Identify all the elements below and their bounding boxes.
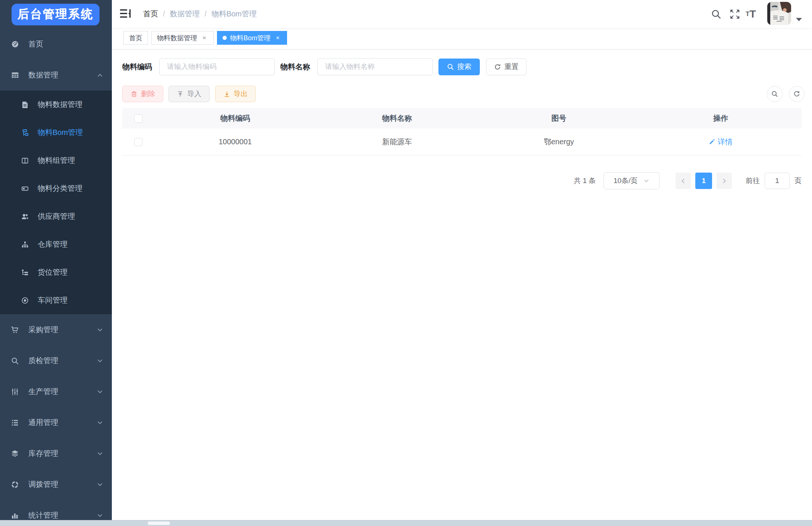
delete-button[interactable]: 删除 <box>122 86 163 102</box>
breadcrumb-separator: / <box>163 10 165 18</box>
pagination-total: 共 1 条 <box>574 176 596 186</box>
header-search-icon[interactable] <box>711 0 722 28</box>
sidebar-item-material-category[interactable]: 物料分类管理 <box>0 174 112 202</box>
sidebar-item-label: 调拨管理 <box>28 479 58 489</box>
dashboard-icon <box>10 40 20 48</box>
user-avatar[interactable] <box>767 2 791 25</box>
next-page-button[interactable] <box>717 173 732 189</box>
app-logo-text: 后台管理系统 <box>12 4 100 25</box>
chevron-down-icon <box>96 357 104 365</box>
table-header-row: 物料编码 物料名称 图号 操作 <box>122 108 802 129</box>
breadcrumb-home[interactable]: 首页 <box>143 9 158 19</box>
reset-button-label: 重置 <box>504 62 519 72</box>
tab-material-bom[interactable]: 物料Bom管理 × <box>217 31 287 45</box>
detail-link[interactable]: 详情 <box>709 137 733 147</box>
filter-form: 物料编码 物料名称 搜索 重置 <box>122 58 802 75</box>
reset-button[interactable]: 重置 <box>486 59 526 75</box>
sidebar-item-home[interactable]: 首页 <box>0 29 112 60</box>
column-header-code: 物料编码 <box>154 113 316 123</box>
tree-bom-icon <box>21 129 29 137</box>
sidebar-item-general[interactable]: 通用管理 <box>0 407 112 438</box>
sidebar-item-statistics[interactable]: 统计管理 <box>0 500 112 520</box>
sidebar-item-production[interactable]: 生产管理 <box>0 376 112 407</box>
users-icon <box>21 212 29 221</box>
avatar-caret-icon[interactable] <box>796 18 802 21</box>
tree-list-icon <box>21 268 29 277</box>
tab-home[interactable]: 首页 <box>123 31 148 45</box>
chevron-left-icon <box>680 178 686 184</box>
select-chevron-icon <box>643 178 649 184</box>
refresh-table-icon[interactable] <box>789 86 805 102</box>
material-code-input[interactable] <box>159 58 275 75</box>
top-navbar: 首页 / 数据管理 / 物料Bom管理 TT <box>112 0 812 28</box>
sidebar-item-inventory[interactable]: 库存管理 <box>0 438 112 469</box>
search-button[interactable]: 搜索 <box>438 59 480 75</box>
detail-link-label: 详情 <box>718 137 733 147</box>
chevron-right-icon <box>721 178 727 184</box>
sidebar-item-warehouse[interactable]: 仓库管理 <box>0 230 112 258</box>
goto-page-input[interactable] <box>765 173 790 189</box>
row-checkbox[interactable] <box>134 138 142 146</box>
sidebar-item-quality[interactable]: 质检管理 <box>0 345 112 376</box>
sidebar-item-label: 质检管理 <box>28 356 58 366</box>
tab-label: 首页 <box>129 34 142 42</box>
sidebar-item-transfer[interactable]: 调拨管理 <box>0 469 112 500</box>
sidebar-item-material-bom[interactable]: 物料Bom管理 <box>0 119 112 147</box>
tab-close-icon[interactable]: × <box>201 34 208 42</box>
radio-dot-icon <box>21 296 29 305</box>
cell-drawing-number: 鄂energy <box>478 137 640 147</box>
page-number-1[interactable]: 1 <box>695 173 712 189</box>
layers-icon <box>10 449 20 458</box>
breadcrumb-separator: / <box>205 10 207 18</box>
column-header-actions: 操作 <box>640 113 802 123</box>
tab-label: 物料Bom管理 <box>230 34 271 42</box>
tab-material-data[interactable]: 物料数据管理 × <box>151 31 214 45</box>
chevron-down-icon <box>96 481 104 488</box>
sidebar-item-supplier[interactable]: 供应商管理 <box>0 202 112 230</box>
material-name-input[interactable] <box>317 58 433 75</box>
data-table: 物料编码 物料名称 图号 操作 10000001 新能源车 鄂energy 详情 <box>122 108 802 155</box>
export-button-label: 导出 <box>234 89 248 99</box>
sidebar-item-label: 生产管理 <box>28 387 58 397</box>
main-area: 首页 / 数据管理 / 物料Bom管理 TT 首页 <box>112 0 812 520</box>
sidebar-item-purchase[interactable]: 采购管理 <box>0 314 112 345</box>
import-button[interactable]: 导入 <box>169 86 210 102</box>
select-all-checkbox[interactable] <box>134 114 142 123</box>
breadcrumb-data-management[interactable]: 数据管理 <box>170 9 200 19</box>
toggle-search-icon[interactable] <box>767 86 783 102</box>
pagination: 共 1 条 10条/页 1 前往 页 <box>122 172 802 189</box>
chevron-down-icon <box>96 512 104 519</box>
sidebar: 后台管理系统 首页 数据管理 物料数据管理 <box>0 0 112 520</box>
segmented-circle-icon <box>10 480 20 489</box>
horizontal-scrollbar-thumb[interactable] <box>147 521 170 525</box>
sidebar-item-label: 物料组管理 <box>38 155 75 166</box>
goto-label: 前往 <box>746 176 760 186</box>
fullscreen-icon[interactable] <box>729 0 741 28</box>
horizontal-scrollbar[interactable] <box>0 520 812 526</box>
sidebar-item-label: 物料数据管理 <box>38 100 82 110</box>
sidebar-item-label: 库存管理 <box>28 448 58 459</box>
sidebar-item-material-data[interactable]: 物料数据管理 <box>0 91 112 119</box>
font-size-icon[interactable]: TT <box>746 0 756 28</box>
sidebar-item-label: 仓库管理 <box>38 239 67 249</box>
sidebar-item-label: 物料分类管理 <box>38 183 82 193</box>
sidebar-item-workshop[interactable]: 车间管理 <box>0 286 112 314</box>
active-tab-dot <box>223 36 227 40</box>
list-icon <box>10 418 20 427</box>
document-icon <box>21 101 29 109</box>
tab-close-icon[interactable]: × <box>274 34 281 42</box>
export-button[interactable]: 导出 <box>215 86 256 102</box>
prev-page-button[interactable] <box>676 173 691 189</box>
font-size-small-t: T <box>746 11 749 17</box>
sliders-icon <box>10 387 20 396</box>
font-size-big-t: T <box>749 9 756 19</box>
sidebar-item-storage-location[interactable]: 货位管理 <box>0 258 112 286</box>
sidebar-collapse-icon[interactable] <box>120 9 131 19</box>
page-size-select[interactable]: 10条/页 <box>604 172 660 189</box>
sidebar-item-data-management[interactable]: 数据管理 <box>0 60 112 91</box>
chevron-up-icon <box>96 72 104 79</box>
sidebar-item-material-group[interactable]: 物料组管理 <box>0 147 112 174</box>
sidebar-item-label: 采购管理 <box>28 325 58 335</box>
sidebar-item-label: 数据管理 <box>28 70 58 80</box>
page-size-value: 10条/页 <box>614 176 638 186</box>
